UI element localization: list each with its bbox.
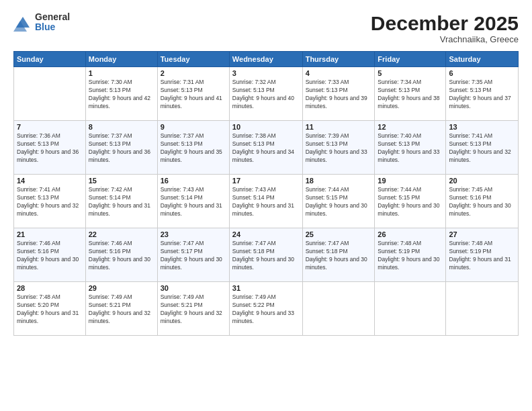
title-block: December 2025 Vrachnaiika, Greece: [371, 12, 519, 44]
calendar-cell: 29Sunrise: 7:49 AMSunset: 5:21 PMDayligh…: [85, 282, 157, 336]
day-info: Sunrise: 7:47 AMSunset: 5:18 PMDaylight:…: [232, 240, 300, 272]
day-number: 7: [17, 123, 83, 131]
day-number: 24: [232, 230, 300, 238]
calendar-cell: 21Sunrise: 7:46 AMSunset: 5:16 PMDayligh…: [14, 228, 86, 282]
calendar-cell: 19Sunrise: 7:44 AMSunset: 5:15 PMDayligh…: [375, 175, 446, 228]
calendar-cell: 24Sunrise: 7:47 AMSunset: 5:18 PMDayligh…: [229, 228, 302, 282]
calendar-cell: 3Sunrise: 7:32 AMSunset: 5:13 PMDaylight…: [229, 67, 302, 121]
day-info: Sunrise: 7:42 AMSunset: 5:14 PMDaylight:…: [89, 186, 154, 218]
logo-icon: [13, 13, 32, 32]
day-number: 12: [378, 123, 443, 131]
calendar-cell: 15Sunrise: 7:42 AMSunset: 5:14 PMDayligh…: [85, 175, 157, 228]
col-friday: Friday: [375, 52, 446, 67]
day-number: 20: [449, 177, 515, 185]
day-info: Sunrise: 7:30 AMSunset: 5:13 PMDaylight:…: [89, 79, 154, 111]
calendar-week-1: 1Sunrise: 7:30 AMSunset: 5:13 PMDaylight…: [14, 67, 519, 121]
location-subtitle: Vrachnaiika, Greece: [371, 34, 519, 44]
calendar-cell: 13Sunrise: 7:41 AMSunset: 5:13 PMDayligh…: [446, 121, 519, 175]
day-info: Sunrise: 7:37 AMSunset: 5:13 PMDaylight:…: [161, 132, 226, 165]
day-number: 19: [378, 177, 443, 185]
day-info: Sunrise: 7:45 AMSunset: 5:16 PMDaylight:…: [449, 186, 515, 218]
col-monday: Monday: [85, 52, 157, 67]
calendar-cell: 16Sunrise: 7:43 AMSunset: 5:14 PMDayligh…: [157, 175, 229, 228]
day-info: Sunrise: 7:31 AMSunset: 5:13 PMDaylight:…: [161, 79, 226, 111]
day-info: Sunrise: 7:47 AMSunset: 5:17 PMDaylight:…: [161, 240, 226, 272]
month-title: December 2025: [371, 12, 519, 34]
calendar-cell: 6Sunrise: 7:35 AMSunset: 5:13 PMDaylight…: [446, 67, 519, 121]
calendar-cell: [14, 67, 86, 121]
calendar-week-4: 21Sunrise: 7:46 AMSunset: 5:16 PMDayligh…: [14, 228, 519, 282]
day-info: Sunrise: 7:49 AMSunset: 5:21 PMDaylight:…: [89, 293, 154, 326]
day-info: Sunrise: 7:38 AMSunset: 5:13 PMDaylight:…: [232, 132, 300, 165]
day-info: Sunrise: 7:48 AMSunset: 5:19 PMDaylight:…: [378, 240, 443, 272]
calendar-cell: 7Sunrise: 7:36 AMSunset: 5:13 PMDaylight…: [14, 121, 86, 175]
day-info: Sunrise: 7:40 AMSunset: 5:13 PMDaylight:…: [378, 132, 443, 165]
day-number: 27: [449, 230, 515, 238]
day-number: 23: [161, 230, 226, 238]
calendar-week-5: 28Sunrise: 7:48 AMSunset: 5:20 PMDayligh…: [14, 282, 519, 336]
calendar-cell: 8Sunrise: 7:37 AMSunset: 5:13 PMDaylight…: [85, 121, 157, 175]
calendar-cell: 17Sunrise: 7:43 AMSunset: 5:14 PMDayligh…: [229, 175, 302, 228]
day-number: 25: [306, 230, 372, 238]
calendar-cell: 10Sunrise: 7:38 AMSunset: 5:13 PMDayligh…: [229, 121, 302, 175]
day-info: Sunrise: 7:35 AMSunset: 5:13 PMDaylight:…: [449, 79, 515, 111]
col-tuesday: Tuesday: [157, 52, 229, 67]
col-saturday: Saturday: [446, 52, 519, 67]
day-number: 22: [89, 230, 154, 238]
calendar-cell: 9Sunrise: 7:37 AMSunset: 5:13 PMDaylight…: [157, 121, 229, 175]
header: General Blue December 2025 Vrachnaiika, …: [13, 12, 519, 44]
day-number: 30: [161, 284, 226, 292]
logo-text: General Blue: [35, 12, 70, 33]
logo: General Blue: [13, 12, 70, 33]
calendar-cell: 26Sunrise: 7:48 AMSunset: 5:19 PMDayligh…: [375, 228, 446, 282]
day-number: 2: [161, 69, 226, 77]
calendar-week-2: 7Sunrise: 7:36 AMSunset: 5:13 PMDaylight…: [14, 121, 519, 175]
day-number: 15: [89, 177, 154, 185]
calendar-cell: 5Sunrise: 7:34 AMSunset: 5:13 PMDaylight…: [375, 67, 446, 121]
day-number: 4: [306, 69, 372, 77]
day-number: 10: [232, 123, 300, 131]
calendar-cell: 31Sunrise: 7:49 AMSunset: 5:22 PMDayligh…: [229, 282, 302, 336]
logo-blue-text: Blue: [35, 22, 70, 32]
calendar-week-3: 14Sunrise: 7:41 AMSunset: 5:13 PMDayligh…: [14, 175, 519, 228]
day-number: 11: [306, 123, 372, 131]
calendar-cell: 4Sunrise: 7:33 AMSunset: 5:13 PMDaylight…: [302, 67, 375, 121]
logo-general-text: General: [35, 12, 70, 22]
day-number: 18: [306, 177, 372, 185]
day-info: Sunrise: 7:43 AMSunset: 5:14 PMDaylight:…: [161, 186, 226, 218]
day-number: 29: [89, 284, 154, 292]
day-info: Sunrise: 7:36 AMSunset: 5:13 PMDaylight:…: [17, 132, 83, 165]
calendar-cell: 22Sunrise: 7:46 AMSunset: 5:16 PMDayligh…: [85, 228, 157, 282]
day-number: 6: [449, 69, 515, 77]
day-info: Sunrise: 7:44 AMSunset: 5:15 PMDaylight:…: [378, 186, 443, 218]
calendar-cell: 25Sunrise: 7:47 AMSunset: 5:18 PMDayligh…: [302, 228, 375, 282]
calendar-cell: 1Sunrise: 7:30 AMSunset: 5:13 PMDaylight…: [85, 67, 157, 121]
col-thursday: Thursday: [302, 52, 375, 67]
calendar-cell: 12Sunrise: 7:40 AMSunset: 5:13 PMDayligh…: [375, 121, 446, 175]
day-number: 13: [449, 123, 515, 131]
day-info: Sunrise: 7:49 AMSunset: 5:22 PMDaylight:…: [232, 293, 300, 326]
day-number: 21: [17, 230, 83, 238]
calendar-cell: [375, 282, 446, 336]
calendar-cell: [302, 282, 375, 336]
header-row: Sunday Monday Tuesday Wednesday Thursday…: [14, 52, 519, 67]
day-info: Sunrise: 7:32 AMSunset: 5:13 PMDaylight:…: [232, 79, 300, 111]
day-number: 14: [17, 177, 83, 185]
day-number: 1: [89, 69, 154, 77]
day-number: 8: [89, 123, 154, 131]
day-number: 9: [161, 123, 226, 131]
day-number: 16: [161, 177, 226, 185]
col-wednesday: Wednesday: [229, 52, 302, 67]
calendar-table: Sunday Monday Tuesday Wednesday Thursday…: [13, 51, 519, 336]
day-info: Sunrise: 7:47 AMSunset: 5:18 PMDaylight:…: [306, 240, 372, 272]
day-info: Sunrise: 7:44 AMSunset: 5:15 PMDaylight:…: [306, 186, 372, 218]
day-info: Sunrise: 7:37 AMSunset: 5:13 PMDaylight:…: [89, 132, 154, 165]
day-number: 26: [378, 230, 443, 238]
calendar-cell: 2Sunrise: 7:31 AMSunset: 5:13 PMDaylight…: [157, 67, 229, 121]
day-number: 28: [17, 284, 83, 292]
day-number: 17: [232, 177, 300, 185]
calendar-cell: 14Sunrise: 7:41 AMSunset: 5:13 PMDayligh…: [14, 175, 86, 228]
calendar-cell: [446, 282, 519, 336]
calendar-header: Sunday Monday Tuesday Wednesday Thursday…: [14, 52, 519, 67]
day-info: Sunrise: 7:41 AMSunset: 5:13 PMDaylight:…: [449, 132, 515, 165]
